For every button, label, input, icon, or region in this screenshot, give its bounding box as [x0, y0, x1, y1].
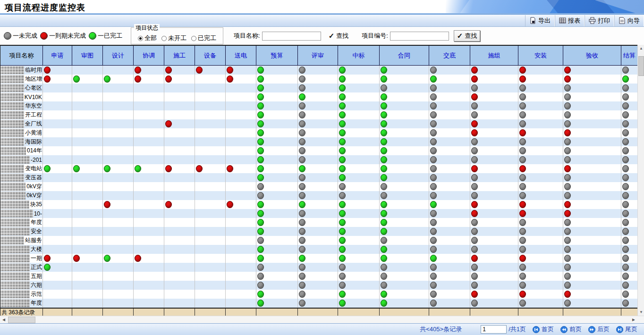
status-cell — [195, 128, 226, 137]
status-cell — [164, 182, 195, 191]
status-dot-done — [339, 93, 346, 100]
horizontal-scroll-thumb[interactable] — [8, 317, 35, 323]
status-cell — [134, 191, 164, 200]
toolbar-buttons: 导出报表打印向导 — [525, 15, 644, 26]
project-code-input[interactable] — [390, 32, 449, 41]
status-dot-pending — [564, 120, 571, 127]
status-cell — [380, 290, 429, 299]
column-header-5: 协调 — [134, 46, 164, 65]
radio-option[interactable]: 未开工 — [161, 34, 186, 42]
radio-checked[interactable]: 全部 — [138, 34, 157, 42]
vertical-scrollbar[interactable]: ▲ ▼ — [637, 45, 644, 316]
status-dot-pending — [257, 183, 264, 190]
status-dot-pending — [622, 201, 629, 208]
pager-button-首页[interactable]: 首页 — [533, 325, 554, 334]
status-cell — [226, 263, 256, 272]
status-cell — [164, 200, 195, 209]
status-dot-pending — [622, 291, 629, 298]
status-cell — [470, 128, 518, 137]
status-cell — [563, 272, 621, 281]
scroll-right-icon[interactable]: ▸ — [630, 316, 637, 324]
scroll-down-icon[interactable]: ▼ — [638, 309, 644, 316]
status-dot-done — [339, 111, 346, 118]
toolbar-button-4[interactable]: 向导 — [614, 15, 644, 26]
status-dot-pending — [622, 165, 629, 172]
status-dot-pending — [257, 192, 264, 199]
scroll-up-icon[interactable]: ▲ — [638, 45, 644, 52]
status-cell — [429, 137, 470, 146]
column-header-9: 预算 — [256, 46, 298, 65]
status-cell — [429, 84, 470, 92]
status-dot-done — [299, 165, 305, 172]
status-cell — [470, 84, 518, 92]
status-cell — [256, 84, 298, 92]
status-dot-pending — [564, 192, 571, 199]
status-cell — [226, 137, 256, 146]
project-name-mosaic — [0, 174, 24, 182]
status-cell — [563, 182, 621, 191]
project-name-mosaic — [0, 183, 25, 191]
status-cell — [298, 281, 338, 290]
pager-button-前页[interactable]: 前页 — [560, 325, 582, 334]
status-cell — [338, 299, 380, 308]
pager-button-尾页[interactable]: 尾页 — [616, 325, 637, 334]
status-cell — [103, 281, 134, 290]
status-dot-pending — [622, 282, 629, 289]
status-dot-pending — [430, 219, 437, 226]
status-cell — [298, 92, 338, 101]
status-cell — [226, 119, 256, 128]
toolbar-button-2[interactable]: 报表 — [555, 15, 585, 26]
project-code-search-button[interactable]: ✓ 查找 — [454, 30, 481, 42]
status-dot-pending — [622, 138, 629, 145]
scroll-left-icon[interactable]: ◂ — [0, 316, 8, 324]
status-cell — [298, 218, 338, 227]
radio-option[interactable]: 已完工 — [191, 34, 216, 42]
status-cell — [621, 290, 637, 299]
toolbar-button-3[interactable]: 打印 — [585, 15, 614, 26]
status-dot-pending — [519, 147, 526, 154]
status-dot-pending — [471, 192, 478, 199]
pager-button-后页[interactable]: 后页 — [588, 325, 610, 334]
status-dot-pending — [430, 147, 437, 154]
status-cell — [563, 209, 621, 218]
status-cell — [72, 227, 103, 236]
status-cell — [226, 75, 256, 84]
status-dot-done — [339, 165, 346, 172]
status-dot-pending — [622, 273, 629, 280]
project-name-search-button[interactable]: ✓ 查找 — [326, 30, 352, 42]
status-dot-pending — [622, 219, 629, 226]
status-cell — [563, 299, 621, 308]
status-cell — [429, 245, 470, 254]
status-cell — [134, 299, 164, 308]
status-cell — [72, 218, 103, 227]
status-cell — [103, 272, 134, 281]
status-cell — [43, 66, 72, 75]
table-row: 临时用 — [0, 66, 637, 75]
status-dot-pending — [381, 264, 387, 271]
status-dot-done — [257, 246, 264, 253]
status-cell — [72, 75, 103, 84]
status-cell — [470, 200, 518, 209]
horizontal-scrollbar[interactable]: ◂ ▸ — [0, 316, 644, 323]
status-cell — [518, 137, 563, 146]
status-dot-pending — [299, 183, 305, 190]
status-cell — [563, 227, 621, 236]
column-header-7: 设备 — [195, 46, 226, 65]
status-cell — [134, 128, 164, 137]
project-name-input[interactable] — [262, 32, 321, 41]
status-dot-pending — [430, 192, 437, 199]
table-row: 年度 — [0, 299, 637, 308]
page-number-input[interactable] — [481, 325, 507, 334]
status-dot-pending — [519, 273, 526, 280]
vertical-scroll-thumb[interactable] — [638, 56, 644, 76]
status-dot-done — [257, 255, 264, 262]
status-cell — [134, 182, 164, 191]
table-row: 示范 — [0, 290, 637, 299]
status-cell — [43, 164, 72, 173]
project-name-fragment: 五期 — [31, 272, 42, 280]
status-cell — [164, 263, 195, 272]
toolbar-button-1[interactable]: 导出 — [525, 15, 555, 26]
status-cell — [72, 66, 103, 75]
status-cell — [103, 119, 134, 128]
status-dot-done — [381, 210, 387, 217]
